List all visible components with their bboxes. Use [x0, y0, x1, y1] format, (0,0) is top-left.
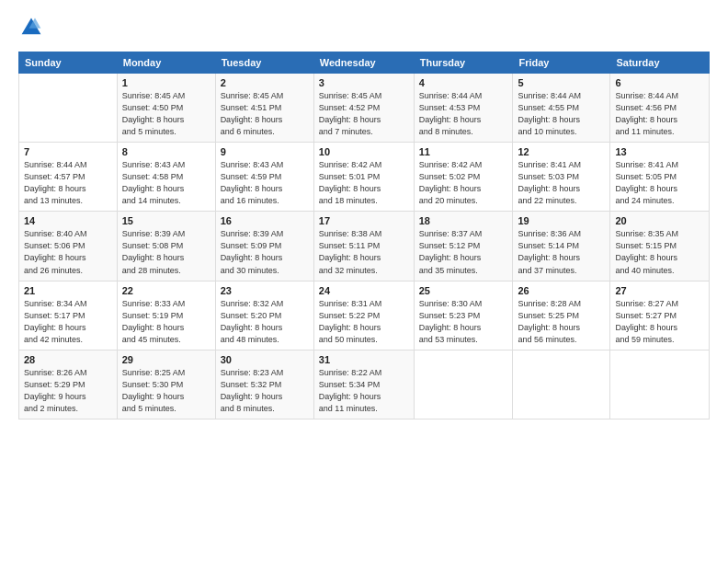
calendar-week-2: 7Sunrise: 8:44 AMSunset: 4:57 PMDaylight…: [19, 143, 710, 212]
calendar-cell: 18Sunrise: 8:37 AMSunset: 5:12 PMDayligh…: [414, 212, 513, 281]
day-number: 18: [419, 215, 508, 226]
day-number: 2: [221, 77, 309, 88]
day-number: 31: [319, 354, 409, 365]
day-number: 15: [122, 215, 210, 226]
weekday-header-thursday: Thursday: [414, 52, 513, 74]
calendar-cell: 3Sunrise: 8:45 AMSunset: 4:52 PMDaylight…: [313, 74, 414, 143]
day-info: Sunrise: 8:26 AMSunset: 5:29 PMDaylight:…: [24, 367, 112, 415]
weekday-header-sunday: Sunday: [19, 52, 118, 74]
weekday-header-saturday: Saturday: [610, 52, 710, 74]
day-info: Sunrise: 8:23 AMSunset: 5:32 PMDaylight:…: [221, 367, 309, 415]
day-info: Sunrise: 8:41 AMSunset: 5:05 PMDaylight:…: [615, 159, 704, 207]
calendar-cell: [610, 350, 710, 419]
day-info: Sunrise: 8:44 AMSunset: 4:55 PMDaylight:…: [518, 90, 605, 138]
day-info: Sunrise: 8:37 AMSunset: 5:12 PMDaylight:…: [419, 228, 508, 276]
day-number: 5: [518, 77, 605, 88]
day-info: Sunrise: 8:42 AMSunset: 5:02 PMDaylight:…: [419, 159, 508, 207]
calendar-cell: [513, 350, 610, 419]
calendar-cell: 20Sunrise: 8:35 AMSunset: 5:15 PMDayligh…: [610, 212, 710, 281]
weekday-header-friday: Friday: [513, 52, 610, 74]
day-info: Sunrise: 8:30 AMSunset: 5:23 PMDaylight:…: [419, 298, 508, 346]
day-number: 8: [122, 146, 210, 157]
calendar-cell: 7Sunrise: 8:44 AMSunset: 4:57 PMDaylight…: [19, 143, 118, 212]
calendar-cell: 9Sunrise: 8:43 AMSunset: 4:59 PMDaylight…: [215, 143, 313, 212]
day-number: 7: [24, 146, 112, 157]
day-number: 26: [518, 285, 605, 296]
day-info: Sunrise: 8:41 AMSunset: 5:03 PMDaylight:…: [518, 159, 605, 207]
day-number: 9: [221, 146, 309, 157]
day-info: Sunrise: 8:45 AMSunset: 4:51 PMDaylight:…: [221, 90, 309, 138]
day-number: 30: [221, 354, 309, 365]
logo-icon: [20, 17, 42, 39]
day-info: Sunrise: 8:39 AMSunset: 5:08 PMDaylight:…: [122, 228, 210, 276]
calendar-cell: 27Sunrise: 8:27 AMSunset: 5:27 PMDayligh…: [610, 281, 710, 350]
calendar-cell: 17Sunrise: 8:38 AMSunset: 5:11 PMDayligh…: [313, 212, 414, 281]
day-info: Sunrise: 8:22 AMSunset: 5:34 PMDaylight:…: [319, 367, 409, 415]
day-number: 20: [615, 215, 704, 226]
day-number: 11: [419, 146, 508, 157]
day-number: 28: [24, 354, 112, 365]
day-number: 29: [122, 354, 210, 365]
day-number: 3: [319, 77, 409, 88]
day-info: Sunrise: 8:32 AMSunset: 5:20 PMDaylight:…: [221, 298, 309, 346]
calendar-cell: 15Sunrise: 8:39 AMSunset: 5:08 PMDayligh…: [117, 212, 215, 281]
calendar-cell: 22Sunrise: 8:33 AMSunset: 5:19 PMDayligh…: [117, 281, 215, 350]
header: [18, 17, 710, 42]
day-number: 21: [24, 285, 112, 296]
calendar-cell: 13Sunrise: 8:41 AMSunset: 5:05 PMDayligh…: [610, 143, 710, 212]
day-info: Sunrise: 8:45 AMSunset: 4:52 PMDaylight:…: [319, 90, 409, 138]
calendar-cell: 16Sunrise: 8:39 AMSunset: 5:09 PMDayligh…: [215, 212, 313, 281]
calendar-cell: 24Sunrise: 8:31 AMSunset: 5:22 PMDayligh…: [313, 281, 414, 350]
calendar-week-3: 14Sunrise: 8:40 AMSunset: 5:06 PMDayligh…: [19, 212, 710, 281]
day-number: 1: [122, 77, 210, 88]
page: SundayMondayTuesdayWednesdayThursdayFrid…: [0, 0, 728, 563]
day-number: 19: [518, 215, 605, 226]
day-number: 16: [221, 215, 309, 226]
day-info: Sunrise: 8:39 AMSunset: 5:09 PMDaylight:…: [221, 228, 309, 276]
calendar-cell: 25Sunrise: 8:30 AMSunset: 5:23 PMDayligh…: [414, 281, 513, 350]
weekday-header-row: SundayMondayTuesdayWednesdayThursdayFrid…: [19, 52, 710, 74]
calendar-table: SundayMondayTuesdayWednesdayThursdayFrid…: [18, 52, 710, 419]
day-number: 6: [615, 77, 704, 88]
day-info: Sunrise: 8:42 AMSunset: 5:01 PMDaylight:…: [319, 159, 409, 207]
calendar-cell: 6Sunrise: 8:44 AMSunset: 4:56 PMDaylight…: [610, 74, 710, 143]
day-number: 23: [221, 285, 309, 296]
day-info: Sunrise: 8:44 AMSunset: 4:56 PMDaylight:…: [615, 90, 704, 138]
day-info: Sunrise: 8:28 AMSunset: 5:25 PMDaylight:…: [518, 298, 605, 346]
day-number: 22: [122, 285, 210, 296]
calendar-cell: 31Sunrise: 8:22 AMSunset: 5:34 PMDayligh…: [313, 350, 414, 419]
calendar-header: SundayMondayTuesdayWednesdayThursdayFrid…: [19, 52, 710, 74]
calendar-cell: 8Sunrise: 8:43 AMSunset: 4:58 PMDaylight…: [117, 143, 215, 212]
calendar-cell: 2Sunrise: 8:45 AMSunset: 4:51 PMDaylight…: [215, 74, 313, 143]
logo: [18, 17, 42, 42]
calendar-cell: [19, 74, 118, 143]
day-number: 25: [419, 285, 508, 296]
calendar-cell: 28Sunrise: 8:26 AMSunset: 5:29 PMDayligh…: [19, 350, 118, 419]
calendar-cell: 30Sunrise: 8:23 AMSunset: 5:32 PMDayligh…: [215, 350, 313, 419]
calendar-cell: 14Sunrise: 8:40 AMSunset: 5:06 PMDayligh…: [19, 212, 118, 281]
day-number: 27: [615, 285, 704, 296]
calendar-cell: 1Sunrise: 8:45 AMSunset: 4:50 PMDaylight…: [117, 74, 215, 143]
weekday-header-wednesday: Wednesday: [313, 52, 414, 74]
calendar-cell: 11Sunrise: 8:42 AMSunset: 5:02 PMDayligh…: [414, 143, 513, 212]
day-info: Sunrise: 8:45 AMSunset: 4:50 PMDaylight:…: [122, 90, 210, 138]
day-info: Sunrise: 8:36 AMSunset: 5:14 PMDaylight:…: [518, 228, 605, 276]
day-info: Sunrise: 8:25 AMSunset: 5:30 PMDaylight:…: [122, 367, 210, 415]
day-info: Sunrise: 8:44 AMSunset: 4:53 PMDaylight:…: [419, 90, 508, 138]
day-info: Sunrise: 8:43 AMSunset: 4:59 PMDaylight:…: [221, 159, 309, 207]
day-number: 24: [319, 285, 409, 296]
day-info: Sunrise: 8:27 AMSunset: 5:27 PMDaylight:…: [615, 298, 704, 346]
calendar-week-1: 1Sunrise: 8:45 AMSunset: 4:50 PMDaylight…: [19, 74, 710, 143]
day-number: 4: [419, 77, 508, 88]
day-info: Sunrise: 8:33 AMSunset: 5:19 PMDaylight:…: [122, 298, 210, 346]
calendar-cell: [414, 350, 513, 419]
calendar-cell: 23Sunrise: 8:32 AMSunset: 5:20 PMDayligh…: [215, 281, 313, 350]
calendar-cell: 21Sunrise: 8:34 AMSunset: 5:17 PMDayligh…: [19, 281, 118, 350]
calendar-cell: 5Sunrise: 8:44 AMSunset: 4:55 PMDaylight…: [513, 74, 610, 143]
calendar-cell: 26Sunrise: 8:28 AMSunset: 5:25 PMDayligh…: [513, 281, 610, 350]
day-info: Sunrise: 8:43 AMSunset: 4:58 PMDaylight:…: [122, 159, 210, 207]
calendar-body: 1Sunrise: 8:45 AMSunset: 4:50 PMDaylight…: [19, 74, 710, 419]
day-info: Sunrise: 8:44 AMSunset: 4:57 PMDaylight:…: [24, 159, 112, 207]
day-info: Sunrise: 8:38 AMSunset: 5:11 PMDaylight:…: [319, 228, 409, 276]
day-info: Sunrise: 8:31 AMSunset: 5:22 PMDaylight:…: [319, 298, 409, 346]
